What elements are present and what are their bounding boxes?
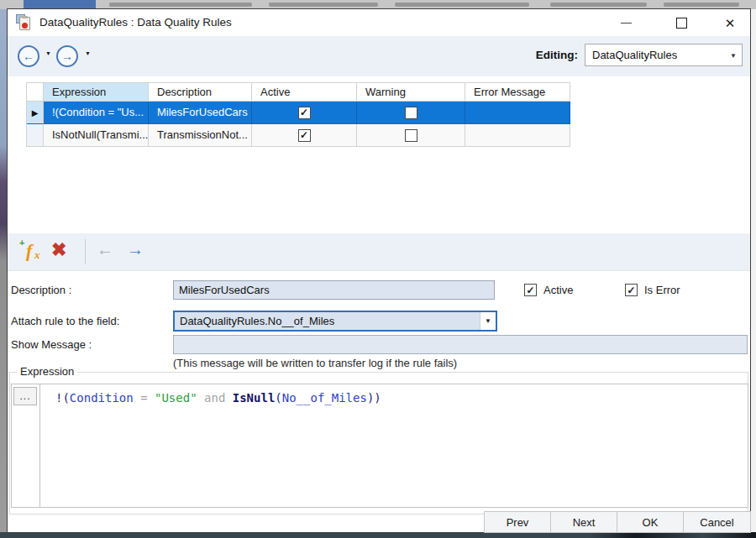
expression-token: No__of_Miles: [282, 391, 367, 405]
cancel-button[interactable]: Cancel: [683, 511, 751, 533]
close-icon: ✕: [725, 17, 736, 29]
table-row[interactable]: IsNotNull(Transmi...TransmissionNot...✓: [27, 124, 570, 147]
expression-token: )): [367, 391, 381, 405]
chevron-down-icon: ▼: [730, 52, 737, 60]
next-rule-button[interactable]: →: [127, 240, 144, 259]
expression-editor: ... !(Condition = "Used" and IsNull(No__…: [11, 384, 748, 508]
navigate-forward-button[interactable]: →: [56, 45, 78, 67]
add-rule-button[interactable]: + f x: [19, 239, 46, 264]
column-header-error-message[interactable]: Error Message: [465, 83, 570, 102]
navigate-back-button[interactable]: ←: [18, 45, 39, 67]
toolbar-separator: [85, 239, 86, 264]
active-checkbox[interactable]: ✓: [524, 284, 537, 296]
backdrop-right-edge: [751, 9, 756, 533]
active-checkbox-label: Active: [543, 284, 573, 296]
backdrop-blurred-text: [109, 3, 252, 7]
left-arrow-icon: ←: [97, 240, 113, 259]
attach-field-label: Attach rule to the field:: [11, 315, 119, 327]
forward-dropdown-caret-icon[interactable]: ▼: [85, 50, 91, 56]
show-message-hint: (This message will be written to transfe…: [173, 357, 457, 369]
cell-description[interactable]: MilesForUsedCars: [149, 102, 252, 124]
maximize-icon: [676, 18, 687, 29]
row-indicator-cell: [27, 124, 44, 147]
show-message-input[interactable]: [173, 335, 748, 354]
grid-checkbox[interactable]: [405, 129, 417, 142]
column-header-expression[interactable]: Expression: [44, 83, 149, 102]
cell-active[interactable]: ✓: [252, 102, 357, 124]
grid-checkbox[interactable]: ✓: [298, 129, 311, 142]
prev-button[interactable]: Prev: [484, 511, 551, 533]
is-error-checkbox[interactable]: ✓: [625, 284, 638, 296]
delete-rule-button[interactable]: ✖: [51, 239, 66, 261]
attach-field-dropdown[interactable]: DataQualityRules.No__of_Miles ▼: [173, 311, 497, 332]
cell-active[interactable]: ✓: [252, 124, 357, 147]
description-label: Description :: [11, 284, 71, 296]
backdrop-blurred-text: [550, 3, 647, 7]
check-icon: ✓: [526, 285, 534, 296]
data-quality-rules-dialog: DataQualityRules : Data Quality Rules ✕ …: [7, 8, 751, 533]
back-dropdown-caret-icon[interactable]: ▼: [45, 50, 51, 56]
editing-target-dropdown[interactable]: DataQualityRules ▼: [585, 44, 743, 66]
backdrop-blurred-text: [269, 3, 378, 7]
right-arrow-icon: →: [127, 240, 144, 259]
cell-description[interactable]: TransmissionNot...: [149, 124, 252, 147]
expression-group-label: Expression: [17, 365, 77, 378]
minimize-button[interactable]: [613, 12, 638, 34]
show-message-label: Show Message :: [11, 338, 92, 351]
fx-icon: f: [26, 240, 32, 262]
expression-token: =: [134, 391, 155, 405]
editor-gutter: ...: [12, 384, 40, 507]
cell-expression[interactable]: IsNotNull(Transmi...: [44, 124, 149, 147]
cell-warning[interactable]: [357, 102, 465, 124]
check-icon: ✓: [627, 285, 635, 296]
grid-corner-cell: [27, 83, 44, 102]
back-arrow-icon: ←: [23, 50, 34, 63]
next-button[interactable]: Next: [550, 511, 617, 533]
grid-header-row: ExpressionDescriptionActiveWarningError …: [27, 83, 570, 102]
backdrop-blurred-text: [664, 3, 739, 7]
expression-token: (: [275, 391, 281, 405]
expression-builder-button[interactable]: ...: [13, 387, 37, 405]
cell-warning[interactable]: [357, 124, 465, 147]
backdrop-bottom-edge: [0, 532, 756, 538]
expression-token: "Used": [155, 391, 197, 405]
expression-token: Condition: [70, 391, 134, 405]
previous-rule-button[interactable]: ←: [97, 240, 113, 259]
expression-code[interactable]: !(Condition = "Used" and IsNull(No__of_M…: [40, 384, 748, 507]
expression-token: !(: [55, 391, 70, 405]
grid-checkbox[interactable]: ✓: [298, 107, 311, 119]
is-error-checkbox-label: Is Error: [644, 284, 680, 296]
attach-field-value: DataQualityRules.No__of_Miles: [180, 312, 334, 330]
column-header-description[interactable]: Description: [149, 83, 252, 102]
expression-token: and: [197, 391, 233, 405]
minimize-icon: [621, 23, 632, 24]
expression-token: IsNull: [233, 391, 276, 405]
description-input[interactable]: [173, 280, 495, 300]
chevron-down-icon[interactable]: ▼: [480, 312, 496, 330]
window-title: DataQualityRules : Data Quality Rules: [39, 9, 232, 36]
rules-grid: ExpressionDescriptionActiveWarningError …: [26, 82, 570, 147]
app-icon: [16, 14, 33, 31]
row-indicator-icon: ▶: [32, 108, 39, 118]
delete-x-icon: ✖: [51, 239, 66, 260]
row-indicator-cell: ▶: [27, 102, 44, 124]
maximize-button[interactable]: [669, 12, 694, 34]
rule-toolbar: + f x ✖ ← →: [8, 233, 750, 271]
close-button[interactable]: ✕: [717, 12, 743, 34]
cell-expression[interactable]: !(Condition = "Us...: [44, 102, 149, 124]
editing-target-value: DataQualityRules: [592, 44, 677, 65]
cell-error-message[interactable]: [465, 124, 570, 147]
table-row[interactable]: ▶!(Condition = "Us...MilesForUsedCars✓: [27, 102, 570, 124]
column-header-warning[interactable]: Warning: [357, 83, 465, 102]
backdrop-left-edge: [0, 9, 7, 533]
forward-arrow-icon: →: [61, 50, 73, 63]
navigation-strip: ← ▼ → ▼ Editing: DataQualityRules ▼: [8, 36, 750, 76]
title-bar: DataQualityRules : Data Quality Rules ✕: [8, 9, 750, 36]
ok-button[interactable]: OK: [617, 511, 684, 533]
editing-label: Editing:: [536, 49, 578, 61]
plus-icon: +: [19, 238, 24, 248]
cell-error-message[interactable]: [465, 102, 570, 124]
column-header-active[interactable]: Active: [252, 83, 357, 102]
grid-checkbox[interactable]: [405, 107, 417, 119]
backdrop-blurred-text: [395, 3, 529, 7]
